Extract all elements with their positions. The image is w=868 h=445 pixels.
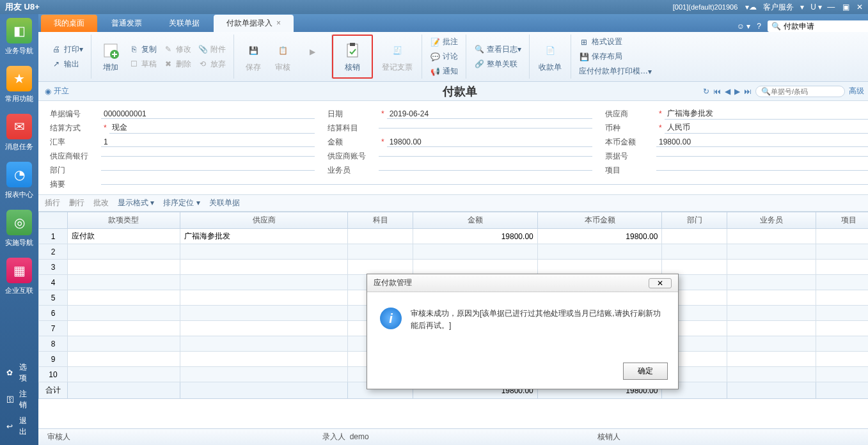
customer-service[interactable]: 客户服务 bbox=[763, 2, 794, 13]
dept-label: 部门 bbox=[50, 165, 101, 176]
key-icon: ⚿ bbox=[6, 395, 15, 404]
bill-value[interactable] bbox=[656, 156, 868, 157]
add-button[interactable]: 增加 bbox=[97, 39, 125, 74]
amount-value[interactable]: 19800.00 bbox=[387, 137, 592, 147]
draft-button[interactable]: ☐草稿 bbox=[126, 58, 159, 71]
grid-icon: ▦ bbox=[6, 258, 32, 283]
savelayout-button[interactable]: 💾保存布局 bbox=[576, 50, 654, 63]
viewlog-button[interactable]: 🔍查看日志 ▾ bbox=[471, 43, 524, 56]
first-icon[interactable]: ⏮ bbox=[713, 87, 721, 96]
sidebar-options[interactable]: ✿选项 bbox=[0, 359, 38, 386]
relate-doc-button[interactable]: 关联单据 bbox=[209, 198, 240, 208]
global-search-input[interactable] bbox=[784, 22, 868, 31]
summary-value[interactable] bbox=[101, 184, 868, 185]
discuss-button[interactable]: 💬讨论 bbox=[427, 50, 461, 63]
print-button[interactable]: 🖨打印 ▾ bbox=[49, 43, 86, 56]
receipt-button[interactable]: 📄收款单 bbox=[535, 39, 565, 74]
output-button[interactable]: ↗输出 bbox=[49, 58, 86, 71]
global-search[interactable]: 🔍 × bbox=[768, 20, 868, 32]
col-amount[interactable]: 金额 bbox=[413, 212, 538, 229]
save-button[interactable]: 💾保存 bbox=[239, 39, 267, 74]
sidebar-item-common[interactable]: ★ 常用功能 bbox=[0, 66, 38, 104]
tab-close-icon[interactable]: × bbox=[276, 19, 281, 27]
table-row[interactable]: 2 bbox=[39, 244, 869, 260]
sidebar-exit[interactable]: ↩退出 bbox=[0, 413, 38, 440]
tab-desktop[interactable]: 我的桌面 bbox=[41, 15, 97, 32]
sort-button[interactable]: 排序定位 ▾ bbox=[163, 198, 200, 208]
discard-button[interactable]: ⟲放弃 bbox=[195, 58, 228, 71]
sidebar-logout[interactable]: ⚿注销 bbox=[0, 386, 38, 413]
insert-row-button[interactable]: 插行 bbox=[45, 198, 60, 208]
date-value[interactable]: 2019-06-24 bbox=[387, 109, 592, 119]
more-button[interactable]: ▶ bbox=[298, 40, 326, 74]
doc-search[interactable]: 🔍 bbox=[755, 86, 845, 97]
sidebar-item-report[interactable]: ◔ 报表中心 bbox=[0, 162, 38, 199]
last-icon[interactable]: ⏭ bbox=[744, 87, 752, 96]
subject-label: 结算科目 bbox=[327, 123, 379, 134]
sidebar-item-impl[interactable]: ◎ 实施导航 bbox=[0, 210, 38, 247]
advanced-link[interactable]: 高级 bbox=[849, 86, 864, 97]
sidebar-item-biznav[interactable]: ◧ 业务导航 bbox=[0, 18, 38, 56]
clerk-value[interactable] bbox=[379, 170, 592, 171]
col-dept[interactable]: 部门 bbox=[662, 212, 727, 229]
minimize-icon[interactable]: — bbox=[827, 3, 835, 12]
col-local[interactable]: 本币金额 bbox=[537, 212, 662, 229]
doc-status: 开立 bbox=[54, 86, 69, 97]
service-dropdown-icon[interactable]: ▾ bbox=[800, 3, 804, 12]
currency-value[interactable]: 人民币 bbox=[665, 122, 868, 134]
dialog-close-button[interactable]: ✕ bbox=[649, 278, 672, 288]
tab-related[interactable]: 关联单据 bbox=[156, 15, 212, 32]
tab-invoice[interactable]: 普通发票 bbox=[99, 15, 155, 32]
note-button[interactable]: 📝批注 bbox=[427, 35, 461, 49]
tab-payment-entry[interactable]: 付款单据录入× bbox=[214, 15, 294, 32]
project-value[interactable] bbox=[656, 170, 868, 171]
notify-button[interactable]: 📢通知 bbox=[427, 65, 461, 78]
status-bar: 审核人 录入人 demo 核销人 bbox=[38, 428, 868, 445]
table-row[interactable]: 1应付款广福海参批发19800.0019800.00 bbox=[39, 229, 869, 244]
help-icon[interactable]: ? bbox=[757, 22, 761, 31]
refresh-icon[interactable]: ↻ bbox=[703, 87, 709, 96]
col-type[interactable]: 款项类型 bbox=[68, 212, 180, 229]
delete-button[interactable]: ✖删除 bbox=[161, 58, 194, 71]
bank-value[interactable] bbox=[101, 156, 315, 157]
close-icon[interactable]: ✕ bbox=[856, 3, 863, 12]
rate-value[interactable]: 1 bbox=[101, 137, 315, 147]
subject-value[interactable] bbox=[379, 128, 592, 129]
attach-button[interactable]: 📎附件 bbox=[195, 43, 228, 56]
modify-button[interactable]: ✎修改 bbox=[161, 43, 194, 56]
delete-row-button[interactable]: 删行 bbox=[69, 198, 84, 208]
maximize-icon[interactable]: ▣ bbox=[842, 3, 849, 12]
search-icon: 🔍 bbox=[761, 87, 771, 96]
sidebar-item-enterprise[interactable]: ▦ 企业互联 bbox=[0, 258, 38, 295]
service-icon[interactable]: ☁ bbox=[749, 3, 757, 12]
col-clerk[interactable]: 业务员 bbox=[727, 212, 816, 229]
next-icon[interactable]: ▶ bbox=[734, 87, 740, 96]
settle-value[interactable]: 现金 bbox=[109, 122, 315, 134]
display-format-button[interactable]: 显示格式 ▾ bbox=[118, 198, 154, 208]
col-project[interactable]: 项目 bbox=[816, 212, 868, 229]
copy-button[interactable]: ⎘复制 bbox=[126, 43, 159, 56]
prev-icon[interactable]: ◀ bbox=[725, 87, 730, 96]
local-value[interactable]: 19800.00 bbox=[656, 137, 868, 147]
sidebar-item-message[interactable]: ✉ 消息任务 bbox=[0, 114, 38, 152]
supplier-value[interactable]: 广福海参批发 bbox=[665, 108, 868, 120]
doc-search-input[interactable] bbox=[771, 88, 839, 95]
format-button[interactable]: ⊞格式设置 bbox=[576, 35, 654, 49]
register-button[interactable]: 🧾登记支票 bbox=[378, 39, 416, 74]
note-icon: 📝 bbox=[430, 37, 440, 47]
u-menu[interactable]: U ▾ bbox=[810, 3, 822, 12]
verify-button[interactable]: 核销 bbox=[338, 39, 367, 74]
user-icon[interactable]: ☺ ▾ bbox=[737, 22, 751, 31]
printtpl-button[interactable]: 应付付款单打印模… ▾ bbox=[576, 65, 654, 78]
relate-button[interactable]: 🔗整单关联 bbox=[471, 58, 524, 71]
biznav-icon: ◧ bbox=[6, 18, 32, 43]
dept-value[interactable] bbox=[101, 170, 315, 171]
batch-button[interactable]: 批改 bbox=[93, 198, 109, 208]
docno-value[interactable]: 0000000001 bbox=[101, 109, 315, 119]
dialog-ok-button[interactable]: 确定 bbox=[623, 363, 668, 380]
table-row[interactable]: 3 bbox=[39, 260, 869, 275]
col-supplier[interactable]: 供应商 bbox=[180, 212, 347, 229]
audit-button[interactable]: 📋审核 bbox=[269, 39, 297, 74]
acct-value[interactable] bbox=[379, 156, 592, 157]
col-subject[interactable]: 科目 bbox=[348, 212, 413, 229]
